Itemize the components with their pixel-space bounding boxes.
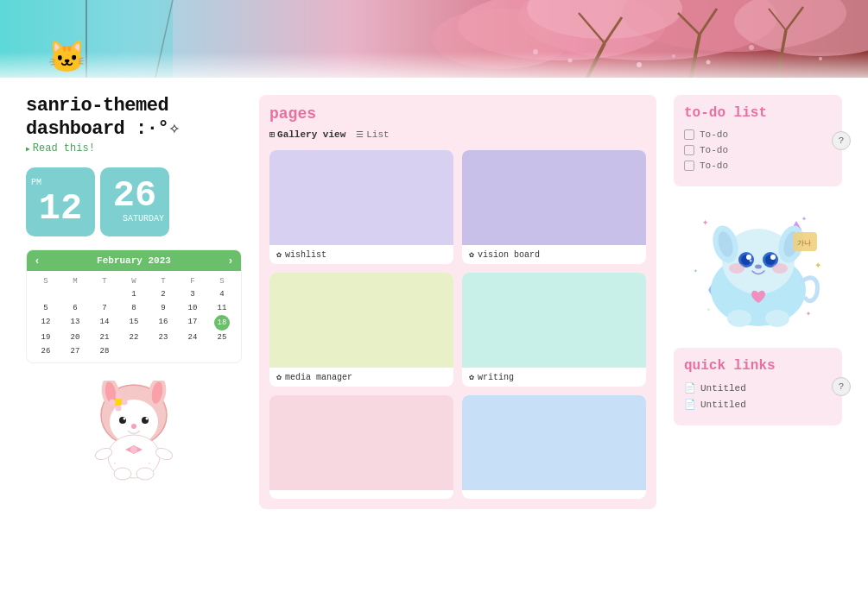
gallery-icon: ⊞ (269, 129, 275, 140)
clock-day-label: SATURDAY (123, 214, 169, 227)
cal-date-empty (207, 344, 237, 358)
svg-point-72 (749, 260, 751, 262)
my-melody-sticker (26, 381, 242, 499)
gallery-card-wishlist[interactable]: ✿ wishlist (269, 150, 453, 264)
cal-date-28[interactable]: 28 (90, 344, 119, 358)
link-file-icon-1: 📄 (684, 382, 696, 394)
cal-date-21[interactable]: 21 (90, 331, 119, 344)
quick-link-label-2: Untitled (700, 400, 746, 410)
cal-date-9[interactable]: 9 (149, 301, 178, 315)
calendar-month-year: February 2023 (97, 255, 171, 266)
todo-section: to-do list To-do To-do To-do ? (674, 95, 842, 186)
card-thumb-blue (462, 395, 646, 490)
todo-item-1[interactable]: To-do (684, 129, 832, 140)
quick-links-help-button[interactable]: ? (832, 377, 851, 396)
right-column: to-do list To-do To-do To-do ? ✦ ✦ ✦ (674, 95, 842, 509)
svg-text:✦: ✦ (702, 217, 708, 229)
card-thumb-wishlist (269, 150, 453, 245)
svg-point-74 (772, 263, 788, 274)
cal-date-16[interactable]: 16 (149, 315, 178, 331)
cal-date-3[interactable]: 3 (178, 287, 207, 301)
todo-item-3[interactable]: To-do (684, 161, 832, 171)
cal-date-19[interactable]: 19 (31, 331, 60, 344)
calendar-day-names: S M T W T F S (31, 275, 237, 287)
todo-checkbox-1[interactable] (684, 129, 694, 140)
svg-rect-25 (0, 52, 868, 78)
cal-date-5[interactable]: 5 (31, 301, 60, 315)
wishlist-icon: ✿ (276, 249, 282, 260)
cal-date-10[interactable]: 10 (178, 301, 207, 315)
media-icon: ✿ (276, 372, 282, 382)
card-thumb-pink (269, 395, 453, 490)
media-text: media manager (285, 373, 352, 382)
clock-minutes: 26 (113, 178, 156, 214)
gallery-card-vision-board[interactable]: ✿ vision board (462, 150, 646, 264)
todo-checkbox-2[interactable] (684, 145, 694, 155)
card-label-writing: ✿ writing (462, 368, 646, 387)
svg-point-41 (122, 400, 128, 406)
svg-rect-50 (149, 463, 150, 464)
cal-date-6[interactable]: 6 (60, 301, 90, 315)
cal-date-1[interactable]: 1 (119, 287, 149, 301)
todo-checkbox-3[interactable] (684, 161, 694, 171)
list-view-button[interactable]: ☰ List (356, 129, 389, 140)
calendar-prev-button[interactable]: ‹ (35, 255, 39, 267)
gallery-view-button[interactable]: ⊞ Gallery view (269, 129, 345, 140)
cal-date-11[interactable]: 11 (207, 301, 237, 315)
cal-day-t2: T (149, 275, 178, 287)
vision-text: vision board (478, 250, 540, 260)
cal-date-empty (119, 344, 149, 358)
cal-date-18-today[interactable]: 18 (214, 315, 230, 331)
cal-date-2[interactable]: 2 (149, 287, 178, 301)
svg-point-71 (770, 255, 776, 260)
svg-point-36 (146, 418, 149, 420)
cal-date-23[interactable]: 23 (149, 331, 178, 344)
quick-link-item-2[interactable]: 📄 Untitled (684, 399, 832, 410)
card-label-empty-pink (269, 490, 453, 499)
link-file-icon-2: 📄 (684, 399, 696, 410)
clock-widget: PM 12 26 SATURDAY (26, 167, 242, 236)
gallery-card-empty-blue[interactable] (462, 395, 646, 499)
svg-text:가나: 가나 (797, 239, 811, 247)
calendar-header: ‹ February 2023 › (27, 250, 241, 271)
cal-date-8[interactable]: 8 (119, 301, 149, 315)
list-icon: ☰ (356, 129, 364, 140)
cal-date-12[interactable]: 12 (31, 315, 60, 331)
cal-date-20[interactable]: 20 (60, 331, 90, 344)
clock-hours: 12 (39, 191, 82, 227)
quick-links-title: quick links (684, 358, 832, 374)
cal-date-17[interactable]: 17 (178, 315, 207, 331)
cal-date-empty (90, 287, 119, 301)
gallery-card-media-manager[interactable]: ✿ media manager (269, 273, 453, 387)
cal-date-27[interactable]: 27 (60, 344, 90, 358)
quick-link-label-1: Untitled (700, 383, 746, 394)
gallery-view-label: Gallery view (277, 129, 345, 140)
todo-label-2: To-do (700, 145, 728, 155)
cal-date-22[interactable]: 22 (119, 331, 149, 344)
gallery-card-writing[interactable]: ✿ writing (462, 273, 646, 387)
cal-date-24[interactable]: 24 (178, 331, 207, 344)
sakura-svg (0, 0, 868, 78)
todo-item-2[interactable]: To-do (684, 145, 832, 155)
cal-date-4[interactable]: 4 (207, 287, 237, 301)
quick-link-item-1[interactable]: 📄 Untitled (684, 382, 832, 394)
cal-date-13[interactable]: 13 (60, 315, 90, 331)
cal-date-15[interactable]: 15 (119, 315, 149, 331)
cal-day-m: M (60, 275, 90, 287)
cal-date-25[interactable]: 25 (207, 331, 237, 344)
cal-date-14[interactable]: 14 (90, 315, 119, 331)
cal-day-s2: S (207, 275, 237, 287)
cal-date-7[interactable]: 7 (90, 301, 119, 315)
todo-help-button[interactable]: ? (832, 131, 851, 150)
gallery-card-empty-pink[interactable] (269, 395, 453, 499)
cinnamoroll-svg: ✦ ✦ ✦ ✦ ✦ ✦ (689, 199, 827, 337)
calendar-next-button[interactable]: › (229, 255, 232, 267)
quick-links-section: quick links 📄 Untitled 📄 Untitled ? (674, 348, 842, 425)
cal-date-empty (60, 287, 90, 301)
vision-icon: ✿ (469, 249, 474, 260)
read-this-link[interactable]: Read this! (26, 142, 242, 154)
svg-point-37 (131, 424, 136, 429)
writing-text: writing (478, 373, 514, 382)
cal-date-26[interactable]: 26 (31, 344, 60, 358)
svg-point-76 (727, 310, 751, 327)
